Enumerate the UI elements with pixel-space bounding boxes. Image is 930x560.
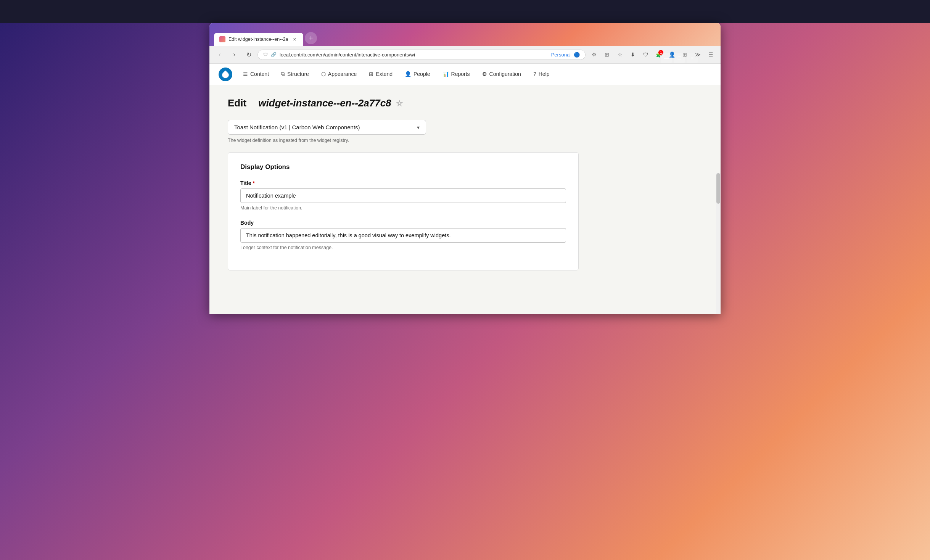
tab-label: Edit widget-instance--en--2a (228, 37, 288, 42)
widget-selector-label: Toast Notification (v1 | Carbon Web Comp… (234, 124, 360, 130)
people-icon: 👤 (405, 71, 411, 77)
tab-close-button[interactable]: × (291, 36, 298, 43)
nav-items-list: ☰ Content ⧉ Structure ⬡ Appearance ⊞ Ext… (237, 64, 555, 85)
people-label: People (414, 71, 430, 77)
body-input[interactable] (240, 228, 566, 243)
title-field: Title * Main label for the notification. (240, 180, 566, 211)
body-field: Body Longer context for the notification… (240, 220, 566, 250)
help-label: Help (539, 71, 550, 77)
title-hint: Main label for the notification. (240, 205, 566, 211)
download-button[interactable]: ⬇ (628, 49, 638, 60)
content-icon: ☰ (243, 71, 248, 77)
body-hint: Longer context for the notification mess… (240, 245, 566, 250)
url-icon: 🔗 (271, 52, 277, 57)
drupal-logo (219, 68, 232, 81)
widget-type-selector[interactable]: Toast Notification (v1 | Carbon Web Comp… (228, 120, 426, 135)
nav-item-appearance[interactable]: ⬡ Appearance (315, 64, 363, 85)
security-icon: 🛡 (263, 52, 268, 57)
nav-item-configuration[interactable]: ⚙ Configuration (476, 64, 527, 85)
appearance-label: Appearance (328, 71, 357, 77)
url-text: local.contrib.com/en/admin/content/inter… (280, 52, 548, 58)
bookmark-button[interactable]: ☆ (615, 49, 625, 60)
title-input[interactable] (240, 188, 566, 203)
browser-tab[interactable]: Edit widget-instance--en--2a × (214, 33, 303, 46)
nav-item-people[interactable]: 👤 People (399, 64, 436, 85)
drupal-navigation: ☰ Content ⧉ Structure ⬡ Appearance ⊞ Ext… (209, 64, 721, 85)
minimize-button[interactable]: — (661, 53, 672, 63)
nav-item-help[interactable]: ? Help (527, 64, 556, 85)
reports-icon: 📊 (442, 71, 449, 77)
extend-label: Extend (376, 71, 393, 77)
tab-favicon (219, 36, 225, 42)
nav-item-reports[interactable]: 📊 Reports (436, 64, 476, 85)
configuration-label: Configuration (489, 71, 521, 77)
back-button[interactable]: ‹ (214, 49, 225, 60)
page-title: Edit widget-instance--en--2a77c8 ☆ (228, 97, 702, 109)
title-label: Title * (240, 180, 566, 186)
close-button[interactable]: × (687, 53, 698, 63)
section-title: Display Options (240, 163, 566, 171)
navigation-bar: ‹ › ↻ 🛡 🔗 local.contrib.com/en/admin/con… (209, 46, 721, 64)
main-content: Edit widget-instance--en--2a77c8 ☆ Toast… (209, 85, 721, 314)
configuration-icon: ⚙ (482, 71, 487, 77)
content-label: Content (250, 71, 269, 77)
reports-label: Reports (451, 71, 470, 77)
refresh-button[interactable]: ↻ (243, 49, 254, 60)
profile-label: Personal (551, 52, 571, 58)
help-icon: ? (533, 71, 536, 77)
structure-icon: ⧉ (281, 71, 285, 77)
structure-label: Structure (287, 71, 309, 77)
grid-button[interactable]: ⊞ (602, 49, 612, 60)
address-bar[interactable]: 🛡 🔗 local.contrib.com/en/admin/content/i… (257, 50, 586, 60)
display-options-card: Display Options Title * Main label for t… (228, 152, 579, 270)
nav-item-content[interactable]: ☰ Content (237, 64, 275, 85)
menu-button[interactable]: ☰ (705, 49, 716, 60)
extend-icon: ⊞ (369, 71, 373, 77)
required-indicator: * (253, 180, 255, 186)
body-label: Body (240, 220, 566, 226)
chevron-down-icon: ▾ (417, 124, 420, 130)
appearance-icon: ⬡ (321, 71, 326, 77)
nav-item-extend[interactable]: ⊞ Extend (363, 64, 399, 85)
shield-button[interactable]: 🛡 (640, 49, 651, 60)
extensions-button[interactable]: ⚙ (589, 49, 599, 60)
widget-selector-hint: The widget definition as ingested from t… (228, 138, 702, 143)
new-tab-button[interactable]: + (305, 32, 317, 44)
bookmark-star-icon[interactable]: ☆ (396, 99, 403, 108)
scrollbar-track[interactable] (716, 173, 721, 314)
maximize-button[interactable]: □ (674, 53, 685, 63)
nav-item-structure[interactable]: ⧉ Structure (275, 64, 315, 85)
scrollbar-thumb[interactable] (716, 173, 720, 204)
forward-button[interactable]: › (228, 49, 240, 60)
profile-icon: 🔵 (574, 52, 580, 58)
